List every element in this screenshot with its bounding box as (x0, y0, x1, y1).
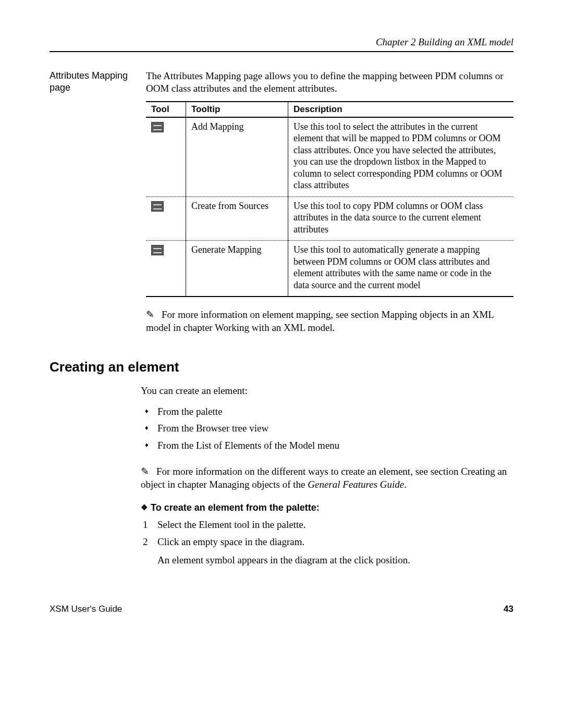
creating-note-italic: General Features Guide (308, 479, 404, 490)
note-icon: ✎ (141, 465, 156, 478)
running-header: Chapter 2 Building an XML model (50, 36, 513, 52)
col-header-description: Description (288, 102, 514, 117)
heading-creating-an-element: Creating an element (50, 359, 513, 375)
mapping-note: ✎For more information on element mapping… (146, 309, 513, 334)
creating-intro: You can create an element: (141, 385, 513, 397)
procedure-steps: Select the Element tool in the palette. … (141, 517, 513, 549)
table-row: Create from Sources Use this tool to cop… (146, 196, 513, 241)
procedure-bullet-icon: ❖ (141, 503, 148, 512)
step-item: Click an empty space in the diagram. (141, 535, 513, 550)
tool-table: Tool Tooltip Description Add Mapping Use… (146, 101, 513, 298)
creating-bullet-list: From the palette From the Browser tree v… (141, 403, 513, 454)
footer-page-number: 43 (504, 604, 513, 614)
attributes-mapping-section: Attributes Mapping page The Attributes M… (50, 70, 513, 334)
col-header-tool: Tool (146, 102, 186, 117)
cell-tooltip: Create from Sources (186, 196, 288, 241)
page-footer: XSM User's Guide 43 (50, 604, 513, 614)
procedure-heading: ❖To create an element from the palette: (141, 502, 513, 513)
step-item: Select the Element tool in the palette. (141, 517, 513, 533)
note-icon: ✎ (146, 309, 162, 322)
generate-mapping-icon (151, 245, 164, 255)
page: Chapter 2 Building an XML model Attribut… (0, 0, 563, 646)
list-item: From the Browser tree view (141, 420, 513, 437)
cell-description: Use this tool to automatically generate … (288, 241, 514, 297)
table-header-row: Tool Tooltip Description (146, 102, 513, 117)
step-result: An element symbol appears in the diagram… (157, 553, 513, 567)
table-row: Generate Mapping Use this tool to automa… (146, 241, 513, 297)
creating-note-tail: . (404, 479, 407, 490)
cell-description: Use this tool to select the attributes i… (288, 117, 514, 197)
col-header-tooltip: Tooltip (186, 102, 288, 117)
cell-tooltip: Add Mapping (186, 117, 288, 197)
add-mapping-icon (151, 122, 164, 132)
list-item: From the palette (141, 403, 513, 420)
list-item: From the List of Elements of the Model m… (141, 437, 513, 454)
creating-body: You can create an element: From the pale… (141, 385, 513, 567)
margin-note-attributes-mapping: Attributes Mapping page (50, 70, 146, 93)
footer-guide-name: XSM User's Guide (50, 604, 122, 614)
attributes-mapping-intro: The Attributes Mapping page allows you t… (146, 70, 513, 95)
cell-tooltip: Generate Mapping (186, 241, 288, 297)
creating-note: ✎For more information on the different w… (141, 465, 513, 491)
cell-description: Use this tool to copy PDM columns or OOM… (288, 196, 514, 241)
create-from-sources-icon (151, 201, 164, 212)
procedure-heading-text: To create an element from the palette: (151, 502, 320, 513)
table-row: Add Mapping Use this tool to select the … (146, 117, 513, 197)
mapping-note-text: For more information on element mapping,… (146, 309, 494, 333)
